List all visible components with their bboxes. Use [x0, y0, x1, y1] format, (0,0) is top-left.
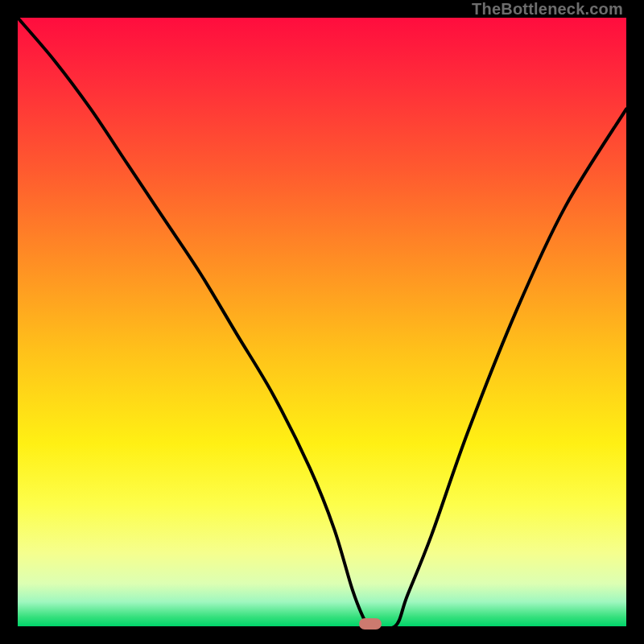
chart-container: TheBottleneck.com — [0, 0, 644, 644]
optimum-marker — [359, 618, 382, 630]
bottleneck-curve — [18, 18, 626, 626]
watermark-text: TheBottleneck.com — [472, 0, 623, 19]
plot-area — [18, 18, 626, 626]
